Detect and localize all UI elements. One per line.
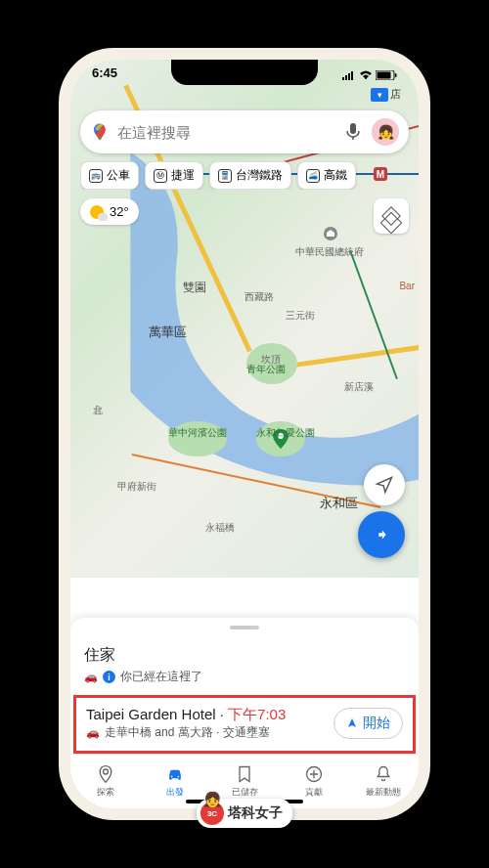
svg-rect-0 xyxy=(342,77,344,80)
locate-button[interactable] xyxy=(364,464,405,505)
sun-cloud-icon xyxy=(90,205,104,219)
bus-icon: 🚌 xyxy=(89,169,103,183)
label-bar: Bar xyxy=(399,281,415,291)
home-destination[interactable]: 住家 🚗 i 你已經在這裡了 xyxy=(70,637,419,695)
hsr-icon: 🚄 xyxy=(306,169,320,183)
label-yonghe: 永和區 xyxy=(320,495,358,512)
home-title: 住家 xyxy=(84,645,405,666)
bell-icon xyxy=(374,764,393,784)
label-fuxing: 甲府新街 xyxy=(117,480,156,494)
watermark: 3C 塔科女子 xyxy=(197,799,292,828)
gov-icon xyxy=(323,226,338,241)
gmaps-logo-icon xyxy=(90,122,110,142)
battery-icon xyxy=(376,68,397,83)
plus-circle-icon xyxy=(304,764,324,784)
label-yonghe-park: 永和仁愛公園 xyxy=(256,426,315,440)
chip-bus[interactable]: 🚌公車 xyxy=(80,161,139,190)
search-bar[interactable]: 👧 xyxy=(80,110,409,153)
svg-point-16 xyxy=(177,776,179,778)
svg-point-4 xyxy=(365,77,367,79)
store-label: ▾ 店 xyxy=(371,87,401,102)
status-right xyxy=(342,65,397,85)
store-badge-icon: ▾ xyxy=(371,88,388,102)
info-icon: i xyxy=(103,671,115,683)
weather-chip[interactable]: 32° xyxy=(80,198,139,225)
chip-rail[interactable]: 🚆台灣鐵路 xyxy=(209,161,291,190)
bottom-sheet[interactable]: 住家 🚗 i 你已經在這裡了 Taipei Garden Hotel · 下午7… xyxy=(70,618,419,754)
wifi-icon xyxy=(359,68,373,83)
navigate-arrow-icon xyxy=(346,717,358,729)
chip-hsr[interactable]: 🚄高鐵 xyxy=(297,161,356,190)
signal-icon xyxy=(342,68,356,83)
layers-button[interactable] xyxy=(374,198,409,234)
svg-rect-3 xyxy=(351,71,353,80)
car-nav-icon xyxy=(165,764,185,784)
home-subtitle: 🚗 i 你已經在這裡了 xyxy=(84,669,405,685)
watermark-avatar-icon: 3C xyxy=(200,802,224,825)
svg-rect-7 xyxy=(395,73,397,77)
svg-point-15 xyxy=(171,776,173,778)
search-input[interactable] xyxy=(117,124,346,141)
nav-news[interactable]: 最新動態 xyxy=(349,755,419,808)
dest-name: Taipei Garden Hotel xyxy=(86,706,216,722)
rail-icon: 🚆 xyxy=(218,169,232,183)
svg-rect-6 xyxy=(378,71,391,78)
screen: 6:45 ▾ 店 xyxy=(70,60,419,808)
dest-title-row: Taipei Garden Hotel · 下午7:03 xyxy=(86,706,333,724)
label-huazhong: 華中河濱公園 xyxy=(168,426,227,440)
label-qingnian: 青年公園 xyxy=(246,363,286,376)
weather-temp: 32° xyxy=(110,204,129,219)
label-zongtongfu: 中華民國總統府 xyxy=(295,245,364,259)
label-wanhua: 萬華區 xyxy=(149,324,187,341)
directions-button[interactable] xyxy=(358,511,405,558)
status-time: 6:45 xyxy=(92,65,117,85)
notch xyxy=(171,60,318,85)
transit-chips-row: 🚌公車 Ⓜ捷運 🚆台灣鐵路 🚄高鐵 xyxy=(80,161,419,190)
label-sanyuan: 三元街 xyxy=(286,309,315,323)
label-shuangyuan: 雙園 xyxy=(183,280,206,296)
svg-rect-2 xyxy=(348,73,350,80)
profile-avatar[interactable]: 👧 xyxy=(372,118,399,146)
location-arrow-icon xyxy=(375,475,394,495)
dest-route: 🚗 走華中橋 and 萬大路 · 交通壅塞 xyxy=(86,724,333,741)
label-yongfu: 永福橋 xyxy=(205,521,235,535)
highlighted-destination[interactable]: Taipei Garden Hotel · 下午7:03 🚗 走華中橋 and … xyxy=(73,695,416,754)
phone-frame: 6:45 ▾ 店 xyxy=(59,48,430,820)
label-xizang: 西藏路 xyxy=(244,290,274,304)
metro-icon: Ⓜ xyxy=(154,169,167,183)
layers-icon xyxy=(381,206,401,226)
car-icon-2: 🚗 xyxy=(86,726,100,739)
nav-explore[interactable]: 探索 xyxy=(70,755,140,808)
chip-metro[interactable]: Ⓜ捷運 xyxy=(145,161,203,190)
directions-icon xyxy=(371,524,392,545)
dest-time: 下午7:03 xyxy=(228,706,286,722)
car-icon: 🚗 xyxy=(84,671,98,683)
start-button[interactable]: 開始 xyxy=(333,708,403,739)
mic-icon[interactable] xyxy=(346,123,364,141)
watermark-text: 塔科女子 xyxy=(228,804,283,822)
bookmark-icon xyxy=(235,764,254,784)
sheet-handle[interactable] xyxy=(230,626,259,629)
svg-rect-13 xyxy=(350,123,356,134)
label-xindian: 新店溪 xyxy=(344,380,374,394)
svg-rect-1 xyxy=(345,75,347,80)
pin-icon xyxy=(96,764,115,784)
